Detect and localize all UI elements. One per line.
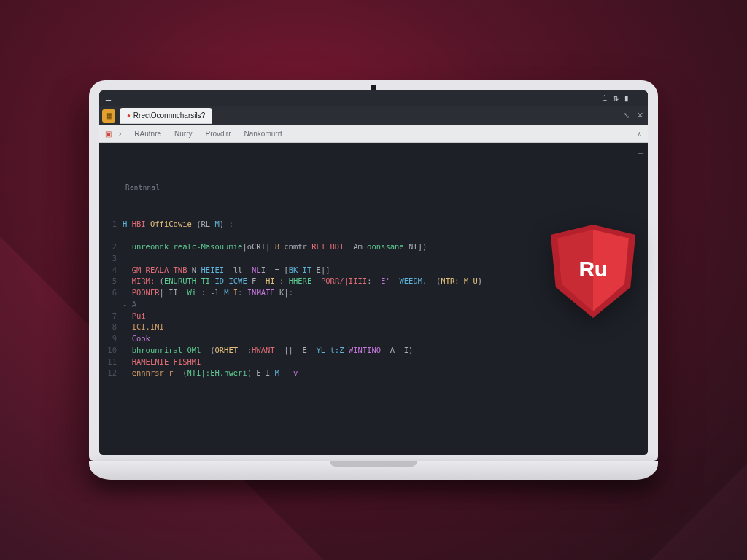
- line-number: 12: [104, 368, 123, 379]
- more-icon[interactable]: ⋯: [635, 94, 642, 102]
- notification-icon[interactable]: 1: [603, 94, 607, 102]
- line-content: bhrounriral-OMl (ORHET :HWANT || E YL t:…: [123, 345, 643, 357]
- logo-text: Ru: [550, 257, 636, 281]
- line-number: 9: [104, 333, 123, 345]
- code-line[interactable]: 8 ICI.INI: [104, 322, 643, 333]
- toolbar-item-3[interactable]: Provdirr: [205, 130, 231, 138]
- line-number: 4: [104, 265, 123, 276]
- laptop: ☰ 1 ⇅ ▮ ⋯ ▦ ● RrectOconnncharsils? ⤡: [89, 80, 658, 480]
- dirty-dot-icon: ●: [127, 112, 131, 119]
- line-number: 7: [104, 311, 123, 322]
- line-number: 6: [104, 287, 123, 299]
- line-number: 8: [104, 322, 123, 333]
- chevron-right-icon: ›: [119, 130, 121, 138]
- battery-icon[interactable]: ▮: [624, 94, 629, 102]
- line-number: 11: [104, 357, 123, 368]
- line-number: 5: [104, 276, 123, 287]
- file-icon[interactable]: ▦: [102, 109, 115, 122]
- toolbar-item-1[interactable]: RAutnre: [134, 130, 161, 138]
- toolbar-item-2[interactable]: Nurry: [174, 130, 192, 138]
- network-icon[interactable]: ⇅: [613, 94, 619, 102]
- ruby-lang-icon[interactable]: ▣: [105, 130, 112, 138]
- line-content: ennnrsr r (NTI|:EH.hweri( E I M v: [123, 368, 643, 379]
- line-content: HAMELNIE FISHMI: [123, 357, 643, 368]
- system-tray: 1 ⇅ ▮ ⋯: [603, 94, 642, 102]
- tab-strip: ▦ ● RrectOconnncharsils? ⤡ ✕: [99, 106, 648, 125]
- line-content: ICI.INI: [123, 322, 643, 333]
- code-line[interactable]: 9 Cook: [104, 333, 643, 345]
- laptop-base: [89, 461, 658, 480]
- line-number: 2: [104, 241, 123, 253]
- code-line[interactable]: 11 HAMELNIE FISHMI: [104, 357, 643, 368]
- close-icon[interactable]: ✕: [637, 111, 643, 120]
- expand-icon[interactable]: ⤡: [623, 111, 630, 120]
- tab-label: RrectOconnncharsils?: [133, 112, 205, 120]
- webcam: [371, 85, 376, 90]
- filename-label: Rentnnal: [125, 183, 643, 193]
- window-titlebar: ☰ 1 ⇅ ▮ ⋯: [99, 90, 648, 106]
- code-line[interactable]: 10 bhrounriral-OMl (ORHET :HWANT || E YL…: [104, 345, 643, 357]
- line-number: 3: [104, 253, 123, 265]
- toolbar-item-4[interactable]: Nankomurrt: [244, 130, 282, 138]
- line-content: Cook: [123, 333, 643, 345]
- user-icon[interactable]: ⋏: [637, 130, 642, 138]
- ruby-shield-logo: Ru: [550, 225, 636, 321]
- minimize-icon[interactable]: —: [638, 146, 642, 160]
- menu-icon[interactable]: ☰: [105, 94, 112, 102]
- line-number: 10: [104, 345, 123, 357]
- code-line[interactable]: 12 ennnrsr r (NTI|:EH.hweri( E I M v: [104, 368, 643, 379]
- tab-active[interactable]: ● RrectOconnncharsils?: [120, 108, 212, 124]
- line-number: 1: [104, 219, 123, 230]
- toolbar: ▣ › RAutnre Nurry Provdirr Nankomurrt ⋏: [99, 125, 648, 143]
